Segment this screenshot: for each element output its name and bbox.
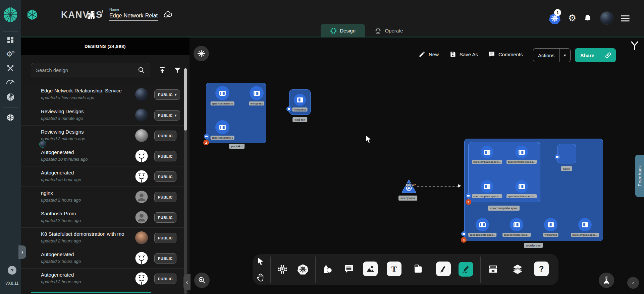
design-visibility-badge[interactable]: PUBLIC [154, 192, 176, 202]
drawer-icon [488, 264, 498, 274]
divider [3, 107, 18, 108]
freehand-draw-tool-active[interactable] [459, 262, 473, 277]
node-deployment-wordpress[interactable]: spec.template.spec.s... spec.template.sp… [464, 139, 603, 241]
notifications-bell-icon[interactable] [583, 14, 592, 24]
components-tool[interactable] [275, 262, 290, 277]
validator-dock-button[interactable] [630, 41, 639, 52]
meshery-kanvas-logo[interactable] [3, 7, 18, 24]
error-count-badge[interactable]: 5 [466, 199, 471, 205]
design-list-item[interactable]: Reviewing Designs updated a minute ago P… [21, 105, 187, 125]
designs-panel: DESIGNS (24,898) Edge-Network-Relationsh… [21, 38, 190, 294]
copy-link-button[interactable] [600, 52, 616, 59]
tab-operate[interactable]: Operate [367, 24, 411, 38]
version-label: v0.8.11 [0, 281, 24, 286]
sidebar-item-kanvas[interactable] [6, 113, 15, 122]
pan-tool[interactable] [256, 273, 265, 283]
comment-tool[interactable] [341, 262, 356, 276]
layers-tool[interactable] [510, 262, 525, 276]
filter-button[interactable] [173, 66, 182, 75]
help-button[interactable]: ? [8, 266, 16, 275]
container-node[interactable] [544, 218, 557, 231]
design-updated-timestamp: updated 2 hours ago [41, 238, 81, 243]
share-split-button[interactable]: Share [575, 48, 616, 62]
node-pod-rcc[interactable]: wordpress [289, 89, 311, 115]
design-list-item[interactable]: Autogenerated updated 2 hours ago PUBLIC [21, 248, 187, 268]
design-list-item[interactable]: K8 Statefulset demonstration with mo upd… [21, 227, 187, 248]
sidebar-item-performance[interactable] [6, 77, 15, 86]
panel-collapse-button[interactable]: ‹ [183, 274, 191, 290]
node-service-wordpress[interactable] [401, 178, 417, 195]
design-visibility-badge[interactable]: PUBLIC [154, 274, 176, 284]
note-tool[interactable] [411, 262, 425, 276]
design-list-item[interactable]: Edge-Network-Relationship: Service updat… [21, 84, 187, 105]
container-node[interactable] [250, 86, 264, 100]
container-icon [514, 222, 520, 227]
design-visibility-badge[interactable]: PUBLIC [154, 131, 176, 141]
design-visibility-badge[interactable]: PUBLIC ▾ [154, 110, 180, 121]
comments-button[interactable]: Comments [488, 51, 523, 58]
container-node[interactable] [481, 146, 493, 158]
organization-icon[interactable] [86, 9, 97, 21]
container-node[interactable] [294, 94, 306, 106]
error-count-badge[interactable]: 2 [203, 140, 209, 145]
design-visibility-badge[interactable]: PUBLIC [154, 151, 176, 161]
node-label: wordpress [292, 107, 308, 112]
container-node[interactable] [515, 180, 528, 193]
container-node[interactable] [481, 180, 493, 193]
scrollbar-thumb[interactable] [184, 68, 187, 131]
text-tool[interactable]: T [387, 262, 401, 276]
design-visibility-badge[interactable]: PUBLIC [154, 233, 176, 243]
node-label: spec.template.spec... [468, 233, 496, 237]
container-node[interactable] [476, 218, 489, 231]
comment-icon [488, 51, 495, 58]
settings-gear-icon[interactable]: ⚙ [568, 13, 576, 23]
design-name-value[interactable]: Edge-Network-Relatio [109, 13, 158, 19]
design-list-item[interactable]: nginx updated 2 hours ago PUBLIC [21, 187, 187, 207]
sidebar-item-dashboard[interactable] [6, 35, 15, 44]
actions-caret-icon[interactable]: ▾ [559, 53, 570, 58]
feedback-button[interactable]: Feedback [635, 155, 644, 197]
shapes-tool[interactable] [320, 262, 335, 277]
new-design-button[interactable]: New [419, 51, 439, 58]
validate-button[interactable] [599, 273, 614, 288]
design-list-item[interactable]: Autogenerated updated 2 hours ago PUBLIC [21, 268, 187, 289]
node-pod-skd[interactable]: spec.containers.0 wordpress spec.contain… [206, 83, 266, 143]
sidebar-item-configuration[interactable] [6, 64, 15, 73]
search-input[interactable] [31, 63, 150, 77]
node-spec[interactable] [557, 144, 576, 163]
snowflake-button[interactable] [194, 46, 209, 61]
image-tool[interactable] [363, 262, 378, 276]
design-visibility-badge[interactable]: PUBLIC [154, 212, 176, 223]
error-count-badge[interactable]: 3 [461, 237, 467, 243]
dock-collapse-button[interactable]: ‹ [627, 277, 639, 289]
import-design-button[interactable] [158, 66, 167, 75]
edge-draw-tool[interactable] [436, 262, 451, 276]
container-node[interactable] [215, 86, 229, 100]
node-spec-template-spec[interactable]: spec.template.spec.s... spec.template.sp… [468, 142, 540, 202]
save-as-button[interactable]: Save As [449, 51, 478, 58]
design-list-item[interactable]: Santhosh-Prom updated 2 hours ago PUBLIC [21, 207, 187, 227]
select-tool[interactable] [256, 256, 265, 267]
design-visibility-badge[interactable]: PUBLIC [154, 253, 176, 264]
zoom-button[interactable] [194, 273, 210, 288]
sticky-note-icon [413, 264, 423, 274]
image-icon [366, 265, 375, 273]
tab-design[interactable]: Design [321, 24, 365, 38]
user-avatar[interactable] [600, 11, 613, 25]
help-tool[interactable]: ? [534, 262, 549, 276]
drawer-tool[interactable] [486, 262, 500, 276]
design-visibility-badge[interactable]: PUBLIC [154, 171, 176, 182]
design-list-item[interactable]: Autogenerated updated an hour ago PUBLIC [21, 166, 187, 187]
design-list-item[interactable]: Autogenerated updated 10 minutes ago PUB… [21, 146, 187, 166]
container-node[interactable] [215, 120, 229, 134]
design-visibility-badge[interactable]: PUBLIC ▾ [154, 89, 180, 100]
sidebar-item-extensions[interactable] [6, 93, 15, 101]
container-node[interactable] [510, 218, 523, 231]
menu-hamburger-icon[interactable] [621, 15, 630, 21]
container-node[interactable] [578, 218, 592, 231]
container-node[interactable] [515, 146, 528, 158]
actions-split-button[interactable]: Actions ▾ [533, 48, 571, 62]
kubernetes-tool[interactable] [296, 262, 310, 277]
sidebar-item-lifecycle[interactable]: ⚙⚙ [6, 50, 15, 59]
rail-expand-button[interactable]: › [18, 245, 26, 259]
